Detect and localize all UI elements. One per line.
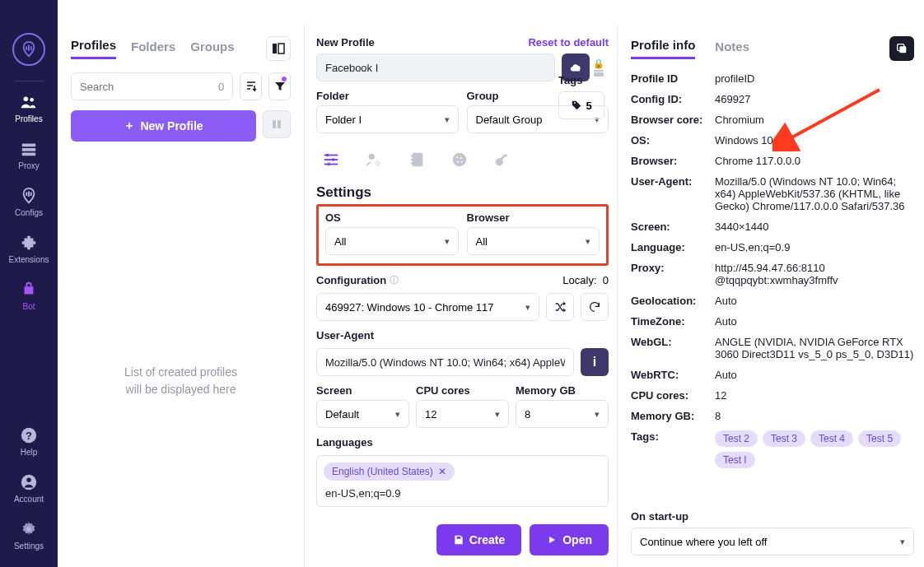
configuration-value: 469927: Windows 10 - Chrome 117 xyxy=(325,301,494,314)
tab-profiles[interactable]: Profiles xyxy=(71,38,116,59)
configuration-select[interactable]: 469927: Windows 10 - Chrome 117▾ xyxy=(316,293,539,321)
svg-rect-12 xyxy=(273,120,276,128)
info-key-ua: User-Agent: xyxy=(631,175,715,212)
notebook-icon[interactable] xyxy=(405,148,428,171)
svg-point-1 xyxy=(30,98,34,102)
tag-chip[interactable]: Test 3 xyxy=(763,430,805,447)
folder-select[interactable]: Folder I▾ xyxy=(316,105,459,133)
tag-chip[interactable]: Test 5 xyxy=(858,430,901,447)
info-val-screen: 3440×1440 xyxy=(715,221,768,233)
shuffle-button[interactable] xyxy=(546,293,574,321)
info-val-mem: 8 xyxy=(715,410,721,422)
tab-groups[interactable]: Groups xyxy=(190,40,234,58)
rail-help[interactable]: ? Help xyxy=(20,426,38,457)
info-key-geo: Geolocation: xyxy=(631,295,715,307)
language-text: en-US,en;q=0.9 xyxy=(324,487,601,500)
svg-rect-13 xyxy=(278,120,281,128)
browser-label: Browser xyxy=(467,211,600,224)
language-chip[interactable]: English (United States) ✕ xyxy=(324,462,455,481)
info-tags: Test 2 Test 3 Test 4 Test 5 Test I xyxy=(715,430,914,468)
app-logo[interactable] xyxy=(12,33,45,66)
info-val-cpu: 12 xyxy=(715,389,726,402)
remove-chip-icon[interactable]: ✕ xyxy=(438,466,446,477)
chevron-down-icon: ▾ xyxy=(495,409,500,420)
info-val-browser: Chrome 117.0.0.0 xyxy=(715,155,800,167)
cookie-icon[interactable] xyxy=(448,148,471,171)
startup-label: On start-up xyxy=(631,510,914,523)
tab-folders[interactable]: Folders xyxy=(131,40,175,58)
svg-point-32 xyxy=(461,161,463,163)
tab-notes[interactable]: Notes xyxy=(715,40,749,58)
layout-toggle-button[interactable] xyxy=(266,36,291,61)
memory-label: Memory GB xyxy=(516,384,609,397)
create-button[interactable]: Create xyxy=(436,524,522,555)
refresh-button[interactable] xyxy=(581,293,609,321)
startup-select[interactable]: Continue where you left off▾ xyxy=(631,527,914,555)
svg-point-28 xyxy=(453,153,467,167)
tags-button[interactable]: 5 xyxy=(558,91,604,119)
sliders-icon[interactable] xyxy=(320,148,343,171)
new-profile-button[interactable]: ＋ New Profile xyxy=(71,110,256,142)
empty-line2: will be displayed here xyxy=(71,381,291,398)
rail-settings[interactable]: Settings xyxy=(14,520,44,551)
rail-bot[interactable]: Bot xyxy=(20,281,38,311)
folder-value: Folder I xyxy=(325,114,362,126)
info-key-screen: Screen: xyxy=(631,221,715,233)
info-val-tz: Auto xyxy=(715,315,737,328)
browser-select[interactable]: All▾ xyxy=(467,227,600,255)
svg-point-29 xyxy=(456,156,458,158)
info-key-profileid: Profile ID xyxy=(631,72,715,85)
language-chip-label: English (United States) xyxy=(332,466,433,477)
svg-rect-26 xyxy=(411,159,413,160)
info-key-webgl: WebGL: xyxy=(631,336,715,360)
user-cog-icon[interactable] xyxy=(362,148,385,171)
rail-configs-label: Configs xyxy=(15,208,43,217)
tag-chip[interactable]: Test I xyxy=(715,452,755,468)
rail-configs[interactable]: Configs xyxy=(15,187,43,217)
svg-rect-24 xyxy=(413,153,423,167)
folder-label: Folder xyxy=(316,90,459,102)
svg-rect-3 xyxy=(22,148,36,151)
tab-profile-info[interactable]: Profile info xyxy=(631,38,695,59)
copy-button[interactable] xyxy=(889,36,914,61)
screen-select[interactable]: Default▾ xyxy=(316,400,409,428)
rail-proxy[interactable]: Proxy xyxy=(18,140,40,170)
new-profile-expand-button[interactable] xyxy=(263,110,291,138)
rail-account[interactable]: Account xyxy=(14,473,44,504)
filter-active-dot-icon xyxy=(282,77,287,81)
profile-name-input[interactable] xyxy=(316,53,555,81)
info-key-proxy: Proxy: xyxy=(631,262,715,286)
os-label: OS xyxy=(325,211,459,224)
screen-value: Default xyxy=(325,408,359,421)
tag-chip[interactable]: Test 4 xyxy=(810,430,853,447)
info-key-configid: Config ID: xyxy=(631,93,715,105)
rail-extensions[interactable]: Extensions xyxy=(9,234,49,264)
svg-point-23 xyxy=(376,162,380,165)
sort-button[interactable] xyxy=(240,72,262,100)
filter-button[interactable] xyxy=(268,72,291,100)
rail-profiles[interactable]: Profiles xyxy=(15,93,42,123)
rail-divider xyxy=(14,81,44,81)
key-icon[interactable] xyxy=(491,148,514,171)
tag-chip[interactable]: Test 2 xyxy=(715,430,758,447)
useragent-label: User-Agent xyxy=(316,329,609,342)
os-select[interactable]: All▾ xyxy=(325,227,459,255)
info-key-browser: Browser: xyxy=(631,155,715,167)
search-input[interactable] xyxy=(80,81,218,93)
reset-to-default-link[interactable]: Reset to default xyxy=(528,36,609,49)
svg-point-0 xyxy=(24,97,28,102)
rail-extensions-label: Extensions xyxy=(9,255,49,264)
chevron-down-icon: ▾ xyxy=(445,236,450,247)
info-circle-icon: ⓘ xyxy=(390,274,399,286)
info-key-os: OS: xyxy=(631,134,715,146)
open-button[interactable]: Open xyxy=(530,524,609,555)
useragent-info-button[interactable]: i xyxy=(581,348,609,376)
memory-select[interactable]: 8▾ xyxy=(516,400,609,428)
tag-icon xyxy=(571,100,582,111)
useragent-input[interactable] xyxy=(316,348,574,376)
chevron-down-icon: ▾ xyxy=(395,409,400,420)
empty-line1: List of created profiles xyxy=(71,364,291,381)
cpu-select[interactable]: 12▾ xyxy=(416,400,509,428)
settings-section-icons xyxy=(316,148,609,171)
languages-box[interactable]: English (United States) ✕ en-US,en;q=0.9 xyxy=(316,455,609,507)
